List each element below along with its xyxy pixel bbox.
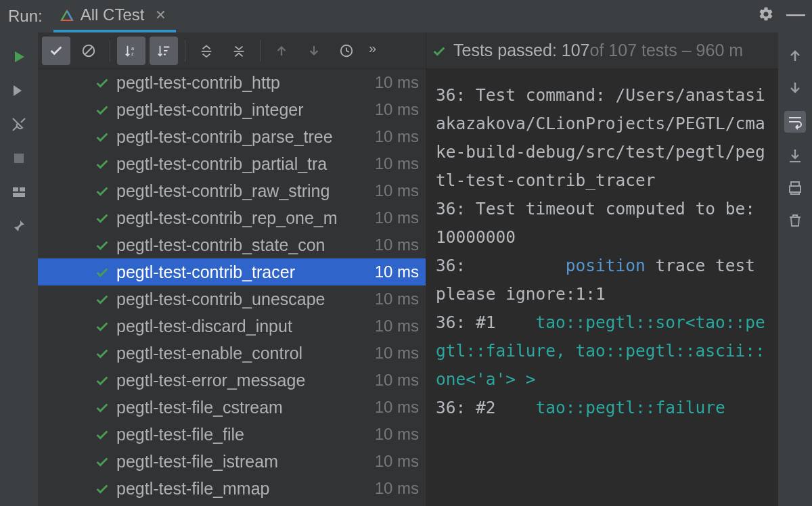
test-name: pegtl-test-enable_control — [116, 344, 369, 363]
test-name: pegtl-test-contrib_http — [116, 73, 369, 93]
next-failed-icon[interactable] — [300, 37, 328, 65]
toggle-auto-test-icon[interactable] — [9, 115, 28, 134]
left-gutter — [0, 32, 38, 506]
test-row[interactable]: pegtl-test-contrib_rep_one_m10 ms — [38, 204, 426, 231]
check-icon — [95, 373, 110, 388]
main-area: az » pegtl-test-contrib_http10 mspegtl-t… — [0, 32, 812, 506]
scroll-to-end-icon[interactable] — [786, 146, 805, 165]
test-duration: 10 ms — [375, 344, 419, 363]
sort-duration-toggle[interactable] — [150, 37, 178, 65]
test-row[interactable]: pegtl-test-discard_input10 ms — [38, 313, 426, 340]
test-row[interactable]: pegtl-test-contrib_state_con10 ms — [38, 231, 426, 258]
stop-icon[interactable] — [9, 149, 28, 168]
tab-all-ctest[interactable]: All CTest ✕ — [53, 0, 177, 32]
svg-text:z: z — [131, 51, 134, 57]
rerun-failed-icon[interactable] — [9, 81, 28, 100]
check-icon — [95, 183, 110, 198]
right-gutter — [778, 32, 812, 506]
console-output[interactable]: 36: Test command: /Users/anastasiakazako… — [426, 69, 778, 506]
soft-wrap-icon[interactable] — [784, 111, 806, 133]
svg-rect-3 — [13, 193, 25, 197]
test-name: pegtl-test-file_cstream — [116, 398, 369, 417]
test-duration: 10 ms — [375, 452, 419, 471]
show-ignored-toggle[interactable] — [74, 37, 103, 65]
gear-icon[interactable] — [758, 6, 774, 26]
test-name: pegtl-test-error_message — [116, 371, 369, 390]
run-label: Run: — [8, 7, 43, 26]
test-row[interactable]: pegtl-test-contrib_unescape10 ms — [38, 285, 426, 313]
test-duration: 10 ms — [375, 100, 419, 119]
clear-icon[interactable] — [786, 211, 805, 230]
check-icon — [432, 43, 447, 58]
test-duration: 10 ms — [375, 425, 419, 444]
test-name: pegtl-test-discard_input — [116, 317, 369, 336]
check-icon — [95, 481, 110, 496]
svg-rect-0 — [14, 154, 24, 163]
show-passed-toggle[interactable] — [42, 37, 70, 65]
scroll-up-icon[interactable] — [786, 46, 805, 65]
test-name: pegtl-test-contrib_tracer — [116, 262, 369, 282]
sort-alpha-toggle[interactable]: az — [117, 37, 145, 65]
svg-rect-2 — [20, 187, 25, 191]
layout-icon[interactable] — [9, 183, 28, 202]
prev-failed-icon[interactable] — [267, 37, 296, 65]
tab-label: All CTest — [81, 5, 145, 24]
expand-all-icon[interactable] — [192, 37, 221, 65]
test-row[interactable]: pegtl-test-contrib_tracer10 ms — [38, 258, 426, 285]
test-list[interactable]: pegtl-test-contrib_http10 mspegtl-test-c… — [38, 69, 426, 506]
test-name: pegtl-test-file_istream — [116, 452, 369, 472]
test-duration: 10 ms — [375, 371, 419, 390]
svg-rect-1 — [13, 187, 18, 191]
test-row[interactable]: pegtl-test-contrib_parse_tree10 ms — [38, 123, 426, 150]
test-name: pegtl-test-contrib_integer — [116, 100, 369, 120]
test-duration: 10 ms — [375, 290, 419, 308]
test-name: pegtl-test-contrib_raw_string — [116, 181, 369, 201]
test-row[interactable]: pegtl-test-file_cstream10 ms — [38, 394, 426, 421]
test-duration: 10 ms — [375, 479, 419, 498]
check-icon — [95, 129, 110, 144]
status-prefix: Tests passed: — [453, 41, 557, 60]
ctest-icon — [60, 8, 74, 22]
more-icon[interactable]: » — [365, 41, 380, 60]
test-name: pegtl-test-file_file — [116, 425, 369, 444]
test-row[interactable]: pegtl-test-file_file10 ms — [38, 421, 426, 448]
test-duration: 10 ms — [375, 317, 419, 336]
check-icon — [95, 264, 110, 279]
status-count: 107 — [562, 41, 590, 60]
test-duration: 10 ms — [375, 73, 419, 92]
status-rest: of 107 tests – 960 m — [590, 41, 744, 60]
pin-icon[interactable] — [9, 216, 28, 235]
scroll-down-icon[interactable] — [786, 78, 805, 97]
test-row[interactable]: pegtl-test-file_mmap10 ms — [38, 475, 426, 502]
test-name: pegtl-test-contrib_rep_one_m — [116, 208, 369, 228]
output-panel: Tests passed: 107 of 107 tests – 960 m 3… — [426, 32, 812, 506]
test-duration: 10 ms — [375, 398, 419, 417]
test-duration: 10 ms — [375, 208, 419, 227]
test-name: pegtl-test-contrib_unescape — [116, 290, 369, 309]
test-row[interactable]: pegtl-test-contrib_integer10 ms — [38, 96, 426, 123]
test-name: pegtl-test-contrib_state_con — [116, 235, 369, 255]
check-icon — [95, 427, 110, 442]
test-history-icon[interactable] — [332, 37, 361, 65]
test-row[interactable]: pegtl-test-file_istream10 ms — [38, 448, 426, 475]
test-row[interactable]: pegtl-test-contrib_http10 ms — [38, 69, 426, 96]
print-icon[interactable] — [786, 179, 805, 198]
title-bar: Run: All CTest ✕ — — [0, 0, 812, 32]
test-row[interactable]: pegtl-test-error_message10 ms — [38, 367, 426, 394]
test-row[interactable]: pegtl-test-contrib_partial_tra10 ms — [38, 150, 426, 177]
run-icon[interactable] — [9, 47, 28, 66]
test-name: pegtl-test-file_mmap — [116, 479, 369, 499]
tests-toolbar: az » — [38, 32, 426, 69]
check-icon — [95, 319, 110, 334]
close-icon[interactable]: ✕ — [155, 7, 166, 23]
test-row[interactable]: pegtl-test-enable_control10 ms — [38, 340, 426, 367]
check-icon — [95, 400, 110, 415]
collapse-all-icon[interactable] — [225, 37, 253, 65]
test-row[interactable]: pegtl-test-contrib_raw_string10 ms — [38, 177, 426, 204]
minimize-icon[interactable]: — — [786, 3, 805, 29]
test-duration: 10 ms — [375, 154, 419, 173]
tests-status: Tests passed: 107 of 107 tests – 960 m — [426, 32, 778, 69]
test-duration: 10 ms — [375, 127, 419, 146]
test-name: pegtl-test-contrib_parse_tree — [116, 127, 369, 147]
check-icon — [95, 454, 110, 469]
